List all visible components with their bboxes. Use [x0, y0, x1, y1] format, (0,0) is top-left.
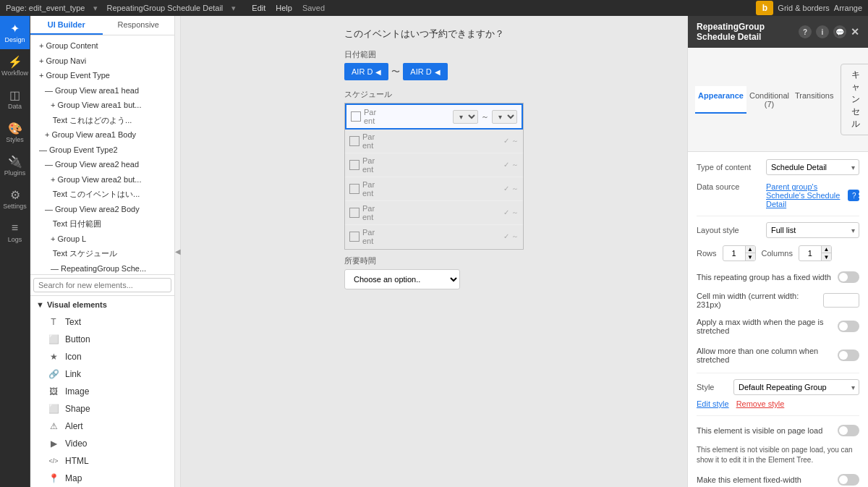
fixed-width-label: This repeating group has a fixed width: [697, 273, 838, 281]
tree-group-view-area2-body[interactable]: — Group View area2 Body: [30, 202, 174, 217]
checkbox-1[interactable]: [351, 111, 361, 122]
data-icon: ◫: [9, 88, 22, 101]
allow-more-toggle[interactable]: [838, 350, 859, 361]
tree-group-l[interactable]: + Group L: [30, 232, 174, 247]
apply-max-toggle[interactable]: [838, 321, 859, 332]
tab-ui-builder[interactable]: UI Builder: [30, 16, 103, 35]
fixed-width-toggle[interactable]: [838, 271, 859, 283]
search-input[interactable]: [33, 278, 171, 292]
tree-group-view-area1-head[interactable]: — Group View area1 head: [30, 83, 174, 98]
date-box-end[interactable]: AIR D ◀: [403, 63, 447, 80]
schedule-row-6[interactable]: Parent ✓ ～: [345, 225, 523, 249]
schedule-row-5[interactable]: Parent ✓ ～: [345, 201, 523, 225]
dropdown-start-1[interactable]: ▾: [453, 110, 478, 124]
tree-text-hizuke[interactable]: Text 日付範囲: [30, 216, 174, 232]
element-fixed-width-label: Make this element fixed-width: [697, 475, 838, 484]
sidebar-item-data[interactable]: ◫ Data: [0, 82, 30, 116]
visual-item-link[interactable]: 🔗 Link: [30, 365, 174, 383]
tab-transitions[interactable]: Transitions: [792, 86, 836, 114]
type-of-content-select[interactable]: Schedule Detail: [766, 159, 859, 175]
visual-item-button[interactable]: ⬜ Button: [30, 331, 174, 348]
layout-style-select[interactable]: Full list: [766, 222, 859, 238]
visible-on-load-toggle[interactable]: [838, 425, 859, 436]
sidebar-item-styles[interactable]: 🎨 Styles: [0, 116, 30, 149]
chat-icon[interactable]: 💬: [833, 25, 846, 38]
cancel-button[interactable]: キャンセル: [841, 64, 868, 135]
visual-item-shape[interactable]: ⬜ Shape: [30, 400, 174, 418]
cell-min-input[interactable]: 100: [823, 293, 859, 308]
tree-group-view-area1-body[interactable]: + Group View area1 Body: [30, 127, 174, 143]
checkbox-2[interactable]: [349, 136, 359, 146]
date-nav-prev[interactable]: ◀: [375, 68, 381, 76]
schedule-row-2[interactable]: Parent ✓ ～: [345, 130, 523, 153]
rows-up-arrow[interactable]: ▲: [745, 246, 755, 253]
remove-style-link[interactable]: Remove style: [736, 399, 785, 408]
date-box-start[interactable]: AIR D ◀: [344, 63, 388, 80]
schedule-row-3[interactable]: Parent ✓ ～: [345, 153, 523, 177]
close-icon[interactable]: ✕: [851, 26, 859, 38]
rows-value-input[interactable]: 1: [723, 247, 745, 260]
sidebar-item-workflow[interactable]: ⚡ Workflow: [0, 49, 30, 82]
duration-dropdown[interactable]: Choose an option..: [344, 269, 460, 289]
tree-group-view-area1-but[interactable]: + Group View area1 but...: [30, 98, 174, 113]
tab-responsive[interactable]: Responsive: [103, 16, 175, 35]
tree-group-event-type2[interactable]: — Group Event Type2: [30, 143, 174, 158]
sidebar-item-settings[interactable]: ⚙ Settings: [0, 182, 30, 216]
panel-header: RepeatingGroup Schedule Detail ? i 💬 ✕: [688, 16, 868, 48]
alert-type-icon: ⚠: [48, 420, 59, 432]
columns-down-arrow[interactable]: ▼: [821, 253, 831, 261]
visual-item-html[interactable]: </> HTML: [30, 452, 174, 470]
tree-group-navi[interactable]: + Group Navi: [30, 54, 174, 69]
checkbox-6[interactable]: [349, 232, 359, 242]
par-content-2: Parent: [362, 132, 501, 150]
apply-max-row: Apply a max width when the page is stret…: [697, 315, 859, 338]
date-label: 日付範囲: [344, 49, 524, 60]
tree-group-event-type[interactable]: + Group Event Type: [30, 68, 174, 83]
edit-style-link[interactable]: Edit style: [697, 399, 729, 408]
schedule-row-1[interactable]: Parent ▾ ～ ▾: [345, 103, 523, 130]
style-select[interactable]: Default Repeating Group: [733, 379, 859, 395]
component-name-label: RepeatingGroup Schedule Detail: [106, 4, 223, 12]
columns-up-arrow[interactable]: ▲: [821, 246, 831, 253]
edit-action[interactable]: Edit: [252, 4, 265, 12]
tree-group-view-area2-head[interactable]: — Group View area2 head: [30, 157, 174, 172]
tree-repeating-sche[interactable]: — RepeatingGroup Sche...: [30, 261, 174, 275]
date-nav-next[interactable]: ◀: [435, 68, 441, 76]
tab-appearance[interactable]: Appearance: [695, 86, 746, 114]
info-icon[interactable]: i: [816, 25, 829, 38]
see-reference-btn[interactable]: ? See reference →: [848, 190, 859, 201]
visual-item-video[interactable]: ▶ Video: [30, 435, 174, 452]
visual-item-text[interactable]: T Text: [30, 313, 174, 331]
visual-item-map[interactable]: 📍 Map: [30, 470, 174, 487]
visual-item-image[interactable]: 🖼 Image: [30, 383, 174, 400]
schedule-row-4[interactable]: Parent ✓ ～: [345, 177, 523, 201]
help-action[interactable]: Help: [276, 4, 292, 12]
tree-text-kono[interactable]: Text このイベントはい...: [30, 187, 174, 202]
sidebar-item-plugins[interactable]: 🔌 Plugins: [0, 149, 30, 182]
grid-borders-btn[interactable]: Grid & borders: [778, 4, 830, 12]
arrange-btn[interactable]: Arrange: [834, 4, 862, 12]
sidebar-collapse-handle[interactable]: ◀: [175, 16, 181, 487]
tree-group-content[interactable]: + Group Content: [30, 38, 174, 54]
visual-elements-header[interactable]: ▼ Visual elements: [30, 296, 174, 313]
checkbox-4[interactable]: [349, 184, 359, 194]
tree-group-view-area2-but[interactable]: + Group View area2 but...: [30, 172, 174, 187]
visual-item-alert[interactable]: ⚠ Alert: [30, 418, 174, 435]
tab-conditional[interactable]: Conditional (7): [746, 86, 792, 114]
button-type-icon: ⬜: [48, 334, 59, 345]
tree-text-schedule[interactable]: Text スケジュール: [30, 246, 174, 261]
dropdown-end-1[interactable]: ▾: [492, 110, 517, 124]
checkbox-3[interactable]: [349, 160, 359, 170]
data-source-link[interactable]: Parent group's Schedule's Schedule Detai…: [766, 182, 845, 208]
visual-item-icon[interactable]: ★ Icon: [30, 348, 174, 365]
style-select-wrapper: Default Repeating Group: [733, 379, 859, 395]
type-of-content-label: Type of content: [697, 163, 762, 171]
element-fixed-width-toggle[interactable]: [838, 474, 859, 486]
checkbox-5[interactable]: [349, 208, 359, 218]
help-icon[interactable]: ?: [799, 25, 812, 38]
columns-value-input[interactable]: 1: [799, 247, 821, 260]
sidebar-item-design[interactable]: ✦ Design: [0, 16, 30, 49]
tree-text-kore[interactable]: Text これはどのよう...: [30, 113, 174, 128]
sidebar-item-logs[interactable]: ≡ Logs: [0, 216, 30, 249]
rows-down-arrow[interactable]: ▼: [745, 253, 755, 261]
